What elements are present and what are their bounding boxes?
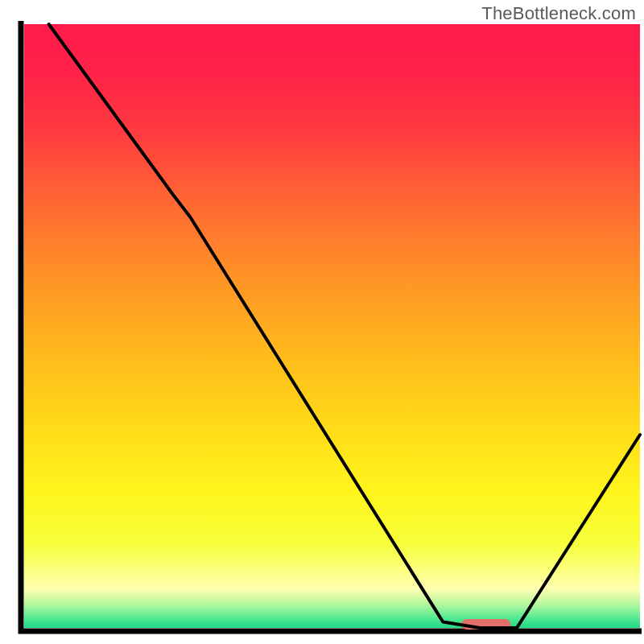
bottleneck-chart (0, 0, 644, 644)
chart-container: TheBottleneck.com (0, 0, 644, 644)
watermark-text: TheBottleneck.com (481, 3, 636, 24)
